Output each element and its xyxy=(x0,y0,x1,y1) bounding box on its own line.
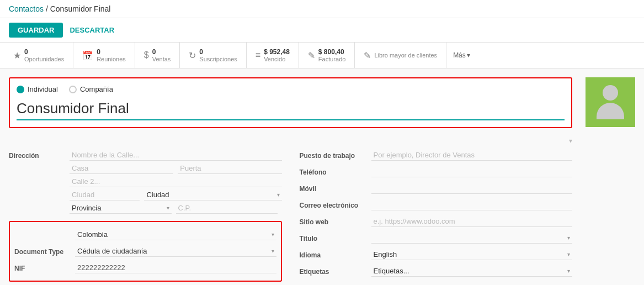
company-label: Compañía xyxy=(80,85,113,93)
discard-button[interactable]: DESCARTAR xyxy=(70,26,114,34)
country-label xyxy=(14,229,75,231)
address-row: Dirección Ciudad xyxy=(9,147,282,219)
job-row: Puesto de trabajo xyxy=(300,147,573,163)
email-label: Correo electrónico xyxy=(300,199,371,209)
ledger-icon: ✎ xyxy=(364,50,371,61)
contact-type-box: Individual Compañía xyxy=(9,77,572,128)
province-row: Provincia ▾ xyxy=(70,203,282,214)
stat-reuniones[interactable]: 📅 0 Reuniones xyxy=(73,43,135,68)
document-type-label: Document Type xyxy=(14,246,75,256)
country-select[interactable]: Colombia xyxy=(75,229,276,240)
highlighted-box: Colombia ▾ Document Type Cédula xyxy=(9,221,282,282)
city-input[interactable] xyxy=(70,189,140,200)
avatar-head xyxy=(603,85,618,101)
tags-select[interactable]: Etiquetas... xyxy=(371,266,573,276)
stat-vencido[interactable]: ≡ $ 952,48 Vencido xyxy=(247,43,299,68)
document-type-value: Cédula de ciudadanía ▾ xyxy=(75,246,276,257)
more-button[interactable]: Más ▾ xyxy=(446,43,477,68)
avatar-container xyxy=(586,77,635,282)
individual-label: Individual xyxy=(28,85,58,93)
cp-input[interactable] xyxy=(176,203,278,214)
radio-dot-company xyxy=(69,86,77,93)
address-block: Ciudad ▾ Provincia ▾ xyxy=(70,150,282,216)
street2-input[interactable] xyxy=(70,176,282,187)
tags-row: Etiquetas Etiquetas... ▾ xyxy=(300,263,573,279)
email-row: Correo electrónico xyxy=(300,197,573,213)
mobile-row: Móvil xyxy=(300,180,573,197)
country-row: Colombia ▾ xyxy=(14,226,276,243)
house-input[interactable] xyxy=(70,163,173,174)
province-select-wrap: Provincia ▾ xyxy=(70,203,172,214)
avatar-body xyxy=(597,103,624,119)
radio-individual[interactable]: Individual xyxy=(17,85,58,93)
country-select-wrap: Colombia ▾ xyxy=(75,229,276,240)
website-label: Sitio web xyxy=(300,216,371,226)
city-row: Ciudad ▾ xyxy=(70,189,282,200)
save-button[interactable]: GUARDAR xyxy=(9,23,63,38)
radio-company[interactable]: Compañía xyxy=(69,85,113,93)
phone-row: Teléfono xyxy=(300,163,573,180)
expand-chevron[interactable]: ▾ xyxy=(9,135,572,147)
door-input[interactable] xyxy=(178,163,281,174)
more-label: Más xyxy=(453,51,466,59)
left-panel: Individual Compañía ▾ Dirección xyxy=(9,77,572,282)
website-input[interactable] xyxy=(371,216,573,227)
stats-bar: ★ 0 Oportunidades 📅 0 Reuniones $ 0 Vent… xyxy=(0,43,644,68)
city-select-wrap: Ciudad ▾ xyxy=(144,189,281,200)
website-row: Sitio web xyxy=(300,213,573,230)
dollar-icon: $ xyxy=(144,50,149,60)
language-row: Idioma English ▾ xyxy=(300,246,573,263)
tags-label: Etiquetas xyxy=(300,266,371,276)
job-input[interactable] xyxy=(371,150,573,161)
list-icon: ≡ xyxy=(256,50,260,60)
province-select[interactable]: Provincia xyxy=(70,203,172,213)
phone-label: Teléfono xyxy=(300,166,371,176)
form-left: Dirección Ciudad xyxy=(9,147,282,282)
form-right: Puesto de trabajo Teléfono Móvil xyxy=(300,147,573,282)
language-select-wrap: English ▾ xyxy=(371,249,573,260)
nif-input[interactable] xyxy=(75,262,276,273)
nif-row: NIF xyxy=(14,260,276,276)
job-label: Puesto de trabajo xyxy=(300,150,371,160)
contact-name-input[interactable] xyxy=(17,98,565,120)
nif-label: NIF xyxy=(14,262,75,272)
title-label: Título xyxy=(300,233,371,242)
breadcrumb-current: Consumidor Final xyxy=(50,4,111,13)
chevron-down-icon: ▾ xyxy=(467,51,470,59)
star-icon: ★ xyxy=(13,50,21,61)
stat-facturado[interactable]: ✎ $ 800,40 Facturado xyxy=(299,43,355,68)
refresh-icon: ↻ xyxy=(189,50,196,61)
mobile-label: Móvil xyxy=(300,183,371,193)
avatar[interactable] xyxy=(586,77,635,127)
tags-select-wrap: Etiquetas... ▾ xyxy=(371,266,573,277)
radio-dot-individual xyxy=(17,86,24,93)
house-door-row xyxy=(70,163,282,174)
toolbar: GUARDAR DESCARTAR xyxy=(0,18,644,43)
mobile-input[interactable] xyxy=(371,183,573,194)
form-section: Dirección Ciudad xyxy=(9,147,572,282)
stat-suscripciones[interactable]: ↻ 0 Suscripciones xyxy=(180,43,246,68)
phone-input[interactable] xyxy=(371,166,573,177)
breadcrumb: Contactos / Consumidor Final xyxy=(0,0,644,18)
country-value: Colombia ▾ xyxy=(75,229,276,240)
title-row: Título ▾ xyxy=(300,230,573,246)
breadcrumb-parent[interactable]: Contactos xyxy=(9,4,44,13)
breadcrumb-separator: / xyxy=(46,4,48,13)
calendar-icon: 📅 xyxy=(82,50,93,61)
document-type-select[interactable]: Cédula de ciudadanía xyxy=(75,246,276,256)
type-radios: Individual Compañía xyxy=(17,85,565,93)
document-type-select-wrap: Cédula de ciudadanía ▾ xyxy=(75,246,276,257)
edit-icon: ✎ xyxy=(308,50,315,61)
title-select[interactable] xyxy=(371,233,573,243)
address-label: Dirección xyxy=(9,150,70,160)
street-input[interactable] xyxy=(70,150,282,161)
city-select[interactable]: Ciudad xyxy=(144,189,281,200)
email-input[interactable] xyxy=(371,199,573,210)
language-label: Idioma xyxy=(300,249,371,259)
title-select-wrap: ▾ xyxy=(371,233,573,244)
language-select[interactable]: English xyxy=(371,249,573,260)
stat-libro-mayor[interactable]: ✎ Libro mayor de clientes xyxy=(355,43,446,68)
document-type-row: Document Type Cédula de ciudadanía ▾ xyxy=(14,243,276,260)
stat-ventas[interactable]: $ 0 Ventas xyxy=(135,43,180,68)
stat-oportunidades[interactable]: ★ 0 Oportunidades xyxy=(4,43,73,68)
